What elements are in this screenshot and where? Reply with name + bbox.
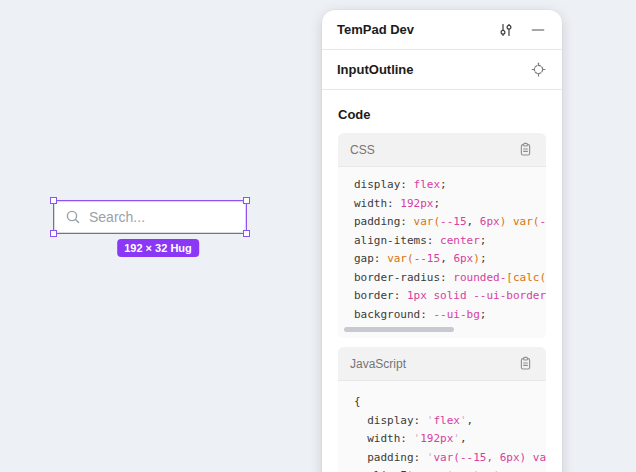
code-line: align-items: center; bbox=[354, 232, 546, 251]
javascript-block-header: JavaScript bbox=[338, 347, 546, 381]
css-block-label: CSS bbox=[350, 143, 516, 157]
code-line: alignItems: 'center', bbox=[354, 467, 546, 472]
code-line: width: '192px', bbox=[354, 430, 546, 449]
figma-canvas: { "colors": { "accent_purple": "#8a38f5"… bbox=[0, 0, 636, 472]
tempad-dev-panel: TemPad Dev InputOutline bbox=[322, 10, 562, 472]
horizontal-scrollbar[interactable] bbox=[344, 327, 454, 332]
code-line: border: 1px solid --ui-border-default bbox=[354, 287, 546, 306]
code-line: padding: var(--15, 6px) var(--15 bbox=[354, 213, 546, 232]
code-line: gap: var(--15, 6px); bbox=[354, 250, 546, 269]
sliders-icon[interactable] bbox=[497, 21, 515, 39]
code-section-heading: Code bbox=[338, 107, 546, 122]
css-code: display: flex;width: 192px;padding: var(… bbox=[338, 167, 546, 338]
javascript-block-label: JavaScript bbox=[350, 357, 516, 371]
css-code-block: CSS display: flex;width: 192px;padding: … bbox=[338, 133, 546, 338]
search-input[interactable]: Search... bbox=[54, 201, 246, 233]
size-badge: 192 × 32 Hug bbox=[117, 239, 199, 257]
code-line: { bbox=[354, 393, 546, 412]
search-placeholder: Search... bbox=[89, 209, 145, 225]
code-line: display: flex; bbox=[354, 176, 546, 195]
code-line: padding: 'var(--15, 6px) var(--15 bbox=[354, 449, 546, 468]
component-name: InputOutline bbox=[337, 62, 529, 77]
search-icon bbox=[65, 209, 81, 225]
target-icon[interactable] bbox=[529, 61, 547, 79]
javascript-code-block: JavaScript { display: 'flex', width: '19… bbox=[338, 347, 546, 472]
component-row: InputOutline bbox=[322, 50, 562, 90]
code-line: background: --ui-bg; bbox=[354, 306, 546, 325]
panel-title: TemPad Dev bbox=[337, 22, 483, 37]
code-line: display: 'flex', bbox=[354, 412, 546, 431]
panel-header: TemPad Dev bbox=[322, 10, 562, 50]
javascript-code: { display: 'flex', width: '192px', paddi… bbox=[338, 381, 546, 472]
css-block-header: CSS bbox=[338, 133, 546, 167]
code-line: width: 192px; bbox=[354, 195, 546, 214]
copy-icon[interactable] bbox=[516, 355, 534, 373]
code-line: border-radius: rounded-[calc(var( bbox=[354, 269, 546, 288]
minimize-icon[interactable] bbox=[529, 21, 547, 39]
code-section: Code CSS display: flex;width: 192px;padd… bbox=[322, 107, 562, 472]
copy-icon[interactable] bbox=[516, 141, 534, 159]
